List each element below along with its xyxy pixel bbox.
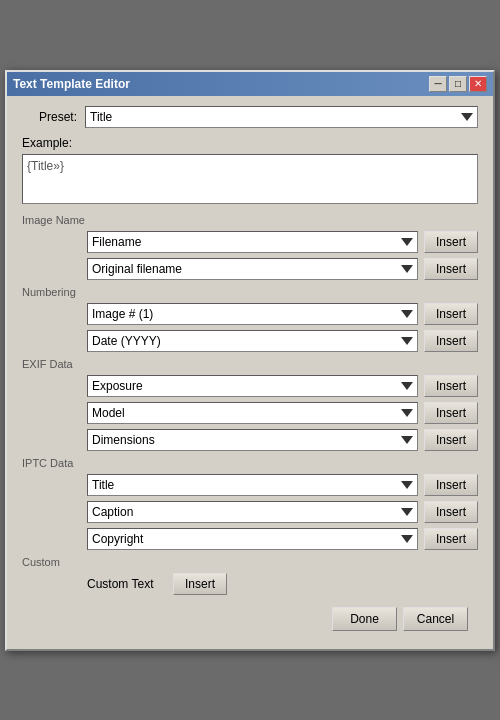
iptc-insert-btn-1[interactable]: Insert xyxy=(424,474,478,496)
image-name-section-label: Image Name xyxy=(22,214,478,226)
exif-row-3: Dimensions Width Height Insert xyxy=(87,429,478,451)
main-window: Text Template Editor ─ □ ✕ Preset: Title… xyxy=(5,70,495,651)
done-button[interactable]: Done xyxy=(332,607,397,631)
exif-insert-btn-3[interactable]: Insert xyxy=(424,429,478,451)
iptc-row-2: Caption Title Keywords Insert xyxy=(87,501,478,523)
restore-button[interactable]: □ xyxy=(449,76,467,92)
iptc-select-1[interactable]: Title Description Keywords xyxy=(87,474,418,496)
window-content: Preset: Title Filename Date Custom Examp… xyxy=(7,96,493,649)
exif-select-3[interactable]: Dimensions Width Height xyxy=(87,429,418,451)
image-name-section-rows: Filename Original filename File path Ins… xyxy=(87,231,478,280)
iptc-row-1: Title Description Keywords Insert xyxy=(87,474,478,496)
preset-select[interactable]: Title Filename Date Custom xyxy=(85,106,478,128)
image-name-row-2: Original filename Filename File path Ins… xyxy=(87,258,478,280)
image-name-select-1[interactable]: Filename Original filename File path xyxy=(87,231,418,253)
exif-section-rows: Exposure Aperture ISO Shutter speed Inse… xyxy=(87,375,478,451)
iptc-insert-btn-2[interactable]: Insert xyxy=(424,501,478,523)
numbering-select-1[interactable]: Image # (1) Image # (01) Image # (001) xyxy=(87,303,418,325)
iptc-insert-btn-3[interactable]: Insert xyxy=(424,528,478,550)
custom-row: Custom Text Insert xyxy=(87,573,478,595)
exif-insert-btn-2[interactable]: Insert xyxy=(424,402,478,424)
iptc-select-2[interactable]: Caption Title Keywords xyxy=(87,501,418,523)
exif-section-label: EXIF Data xyxy=(22,358,478,370)
exif-select-1[interactable]: Exposure Aperture ISO Shutter speed xyxy=(87,375,418,397)
exif-row-1: Exposure Aperture ISO Shutter speed Inse… xyxy=(87,375,478,397)
minimize-button[interactable]: ─ xyxy=(429,76,447,92)
window-title: Text Template Editor xyxy=(13,77,130,91)
preset-label: Preset: xyxy=(22,110,77,124)
numbering-row-1: Image # (1) Image # (01) Image # (001) I… xyxy=(87,303,478,325)
image-name-insert-btn-1[interactable]: Insert xyxy=(424,231,478,253)
image-name-row-1: Filename Original filename File path Ins… xyxy=(87,231,478,253)
numbering-insert-btn-2[interactable]: Insert xyxy=(424,330,478,352)
title-bar-buttons: ─ □ ✕ xyxy=(429,76,487,92)
numbering-section-label: Numbering xyxy=(22,286,478,298)
exif-select-2[interactable]: Model Make Lens xyxy=(87,402,418,424)
title-bar: Text Template Editor ─ □ ✕ xyxy=(7,72,493,96)
custom-text-label: Custom Text xyxy=(87,577,167,591)
footer: Done Cancel xyxy=(22,599,478,639)
close-button[interactable]: ✕ xyxy=(469,76,487,92)
numbering-section-rows: Image # (1) Image # (01) Image # (001) I… xyxy=(87,303,478,352)
numbering-insert-btn-1[interactable]: Insert xyxy=(424,303,478,325)
preset-row: Preset: Title Filename Date Custom xyxy=(22,106,478,128)
custom-section-label: Custom xyxy=(22,556,478,568)
exif-insert-btn-1[interactable]: Insert xyxy=(424,375,478,397)
iptc-section-label: IPTC Data xyxy=(22,457,478,469)
iptc-select-3[interactable]: Copyright Creator Location xyxy=(87,528,418,550)
exif-row-2: Model Make Lens Insert xyxy=(87,402,478,424)
example-box: {Title»} xyxy=(22,154,478,204)
custom-insert-btn[interactable]: Insert xyxy=(173,573,227,595)
iptc-section-rows: Title Description Keywords Insert Captio… xyxy=(87,474,478,550)
image-name-insert-btn-2[interactable]: Insert xyxy=(424,258,478,280)
iptc-row-3: Copyright Creator Location Insert xyxy=(87,528,478,550)
image-name-select-2[interactable]: Original filename Filename File path xyxy=(87,258,418,280)
numbering-select-2[interactable]: Date (YYYY) Date (MM) Date (DD) xyxy=(87,330,418,352)
cancel-button[interactable]: Cancel xyxy=(403,607,468,631)
numbering-row-2: Date (YYYY) Date (MM) Date (DD) Insert xyxy=(87,330,478,352)
example-label: Example: xyxy=(22,136,478,150)
